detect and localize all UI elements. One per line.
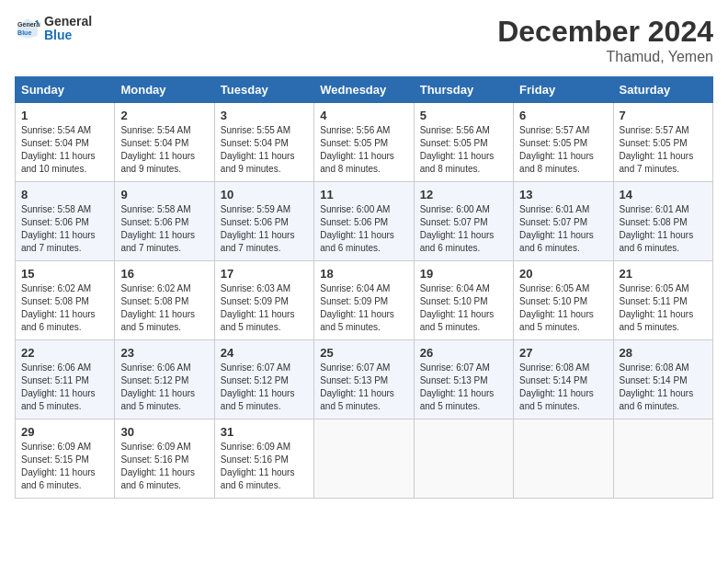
calendar-cell: 21 Sunrise: 6:05 AMSunset: 5:11 PMDaylig…: [613, 261, 712, 340]
day-info: Sunrise: 6:00 AMSunset: 5:07 PMDaylight:…: [420, 203, 507, 255]
location-subtitle: Thamud, Yemen: [497, 49, 713, 65]
calendar-cell: 13 Sunrise: 6:01 AMSunset: 5:07 PMDaylig…: [514, 182, 613, 261]
day-info: Sunrise: 6:07 AMSunset: 5:12 PMDaylight:…: [221, 362, 308, 413]
day-number: 17: [221, 267, 308, 281]
calendar-cell: [514, 419, 613, 499]
calendar-cell: 23 Sunrise: 6:06 AMSunset: 5:12 PMDaylig…: [115, 340, 214, 419]
day-number: 9: [120, 188, 208, 201]
calendar-cell: 14 Sunrise: 6:01 AMSunset: 5:08 PMDaylig…: [613, 182, 712, 261]
calendar-cell: 26 Sunrise: 6:07 AMSunset: 5:13 PMDaylig…: [414, 340, 513, 419]
calendar-cell: 29 Sunrise: 6:09 AMSunset: 5:15 PMDaylig…: [16, 419, 115, 499]
day-number: 7: [620, 109, 707, 122]
header-tuesday: Tuesday: [214, 77, 313, 103]
calendar-cell: 6 Sunrise: 5:57 AMSunset: 5:05 PMDayligh…: [514, 103, 613, 182]
calendar-header-row: SundayMondayTuesdayWednesdayThursdayFrid…: [16, 77, 713, 103]
calendar-cell: 3 Sunrise: 5:55 AMSunset: 5:04 PMDayligh…: [214, 103, 313, 182]
day-info: Sunrise: 5:57 AMSunset: 5:05 PMDaylight:…: [620, 124, 707, 176]
header-wednesday: Wednesday: [314, 77, 414, 103]
calendar-cell: 2 Sunrise: 5:54 AMSunset: 5:04 PMDayligh…: [115, 103, 214, 182]
day-number: 4: [320, 109, 407, 122]
calendar-cell: [414, 419, 513, 499]
logo-icon: General Blue: [15, 16, 40, 41]
day-number: 25: [320, 346, 407, 360]
calendar-cell: 20 Sunrise: 6:05 AMSunset: 5:10 PMDaylig…: [514, 261, 613, 340]
day-info: Sunrise: 5:55 AMSunset: 5:04 PMDaylight:…: [221, 124, 308, 176]
calendar-week-1: 1 Sunrise: 5:54 AMSunset: 5:04 PMDayligh…: [16, 103, 713, 182]
day-info: Sunrise: 6:09 AMSunset: 5:16 PMDaylight:…: [221, 441, 308, 492]
day-info: Sunrise: 5:58 AMSunset: 5:06 PMDaylight:…: [21, 203, 108, 255]
page-header: General Blue General Blue December 2024 …: [15, 15, 713, 65]
calendar-cell: 19 Sunrise: 6:04 AMSunset: 5:10 PMDaylig…: [414, 261, 513, 340]
calendar-week-4: 22 Sunrise: 6:06 AMSunset: 5:11 PMDaylig…: [16, 340, 713, 419]
calendar-week-5: 29 Sunrise: 6:09 AMSunset: 5:15 PMDaylig…: [16, 419, 713, 499]
day-info: Sunrise: 6:09 AMSunset: 5:16 PMDaylight:…: [120, 441, 208, 492]
day-number: 19: [420, 267, 507, 281]
calendar-cell: 22 Sunrise: 6:06 AMSunset: 5:11 PMDaylig…: [16, 340, 115, 419]
calendar-cell: 8 Sunrise: 5:58 AMSunset: 5:06 PMDayligh…: [16, 182, 115, 261]
day-number: 26: [420, 346, 507, 360]
calendar-cell: 15 Sunrise: 6:02 AMSunset: 5:08 PMDaylig…: [16, 261, 115, 340]
day-info: Sunrise: 6:01 AMSunset: 5:08 PMDaylight:…: [620, 203, 707, 255]
day-info: Sunrise: 5:59 AMSunset: 5:06 PMDaylight:…: [221, 203, 308, 255]
day-number: 28: [620, 346, 707, 360]
header-monday: Monday: [115, 77, 214, 103]
day-number: 15: [21, 267, 108, 281]
day-number: 14: [620, 188, 707, 201]
calendar-cell: 9 Sunrise: 5:58 AMSunset: 5:06 PMDayligh…: [115, 182, 214, 261]
calendar-cell: 10 Sunrise: 5:59 AMSunset: 5:06 PMDaylig…: [214, 182, 313, 261]
day-info: Sunrise: 6:04 AMSunset: 5:10 PMDaylight:…: [420, 282, 507, 334]
header-friday: Friday: [514, 77, 613, 103]
calendar-cell: [314, 419, 414, 499]
day-info: Sunrise: 6:07 AMSunset: 5:13 PMDaylight:…: [420, 362, 507, 413]
day-info: Sunrise: 6:08 AMSunset: 5:14 PMDaylight:…: [519, 362, 607, 413]
day-number: 31: [221, 425, 308, 439]
calendar-cell: 11 Sunrise: 6:00 AMSunset: 5:06 PMDaylig…: [314, 182, 414, 261]
day-number: 21: [620, 267, 707, 281]
day-info: Sunrise: 6:04 AMSunset: 5:09 PMDaylight:…: [320, 282, 407, 334]
day-info: Sunrise: 6:01 AMSunset: 5:07 PMDaylight:…: [519, 203, 607, 255]
day-info: Sunrise: 6:07 AMSunset: 5:13 PMDaylight:…: [320, 362, 407, 413]
calendar-week-2: 8 Sunrise: 5:58 AMSunset: 5:06 PMDayligh…: [16, 182, 713, 261]
day-info: Sunrise: 6:06 AMSunset: 5:11 PMDaylight:…: [21, 362, 108, 413]
day-number: 18: [320, 267, 407, 281]
day-info: Sunrise: 5:56 AMSunset: 5:05 PMDaylight:…: [320, 124, 407, 176]
day-info: Sunrise: 5:58 AMSunset: 5:06 PMDaylight:…: [120, 203, 208, 255]
calendar-cell: 18 Sunrise: 6:04 AMSunset: 5:09 PMDaylig…: [314, 261, 414, 340]
calendar-cell: 17 Sunrise: 6:03 AMSunset: 5:09 PMDaylig…: [214, 261, 313, 340]
day-number: 3: [221, 109, 308, 122]
day-info: Sunrise: 6:08 AMSunset: 5:14 PMDaylight:…: [620, 362, 707, 413]
calendar-table: SundayMondayTuesdayWednesdayThursdayFrid…: [15, 76, 713, 499]
logo-blue: Blue: [44, 28, 72, 42]
calendar-cell: 27 Sunrise: 6:08 AMSunset: 5:14 PMDaylig…: [514, 340, 613, 419]
calendar-cell: 31 Sunrise: 6:09 AMSunset: 5:16 PMDaylig…: [214, 419, 313, 499]
calendar-body: 1 Sunrise: 5:54 AMSunset: 5:04 PMDayligh…: [16, 103, 713, 499]
day-info: Sunrise: 5:56 AMSunset: 5:05 PMDaylight:…: [420, 124, 507, 176]
day-number: 12: [420, 188, 507, 201]
day-number: 24: [221, 346, 308, 360]
day-number: 27: [519, 346, 607, 360]
header-saturday: Saturday: [613, 77, 712, 103]
logo: General Blue General Blue: [15, 15, 92, 43]
calendar-cell: 4 Sunrise: 5:56 AMSunset: 5:05 PMDayligh…: [314, 103, 414, 182]
month-title: December 2024: [497, 15, 713, 49]
day-number: 10: [221, 188, 308, 201]
calendar-cell: 30 Sunrise: 6:09 AMSunset: 5:16 PMDaylig…: [115, 419, 214, 499]
day-info: Sunrise: 5:54 AMSunset: 5:04 PMDaylight:…: [21, 124, 108, 176]
day-number: 8: [21, 188, 108, 201]
day-info: Sunrise: 6:09 AMSunset: 5:15 PMDaylight:…: [21, 441, 108, 492]
title-block: December 2024 Thamud, Yemen: [497, 15, 713, 65]
calendar-cell: [613, 419, 712, 499]
day-info: Sunrise: 6:03 AMSunset: 5:09 PMDaylight:…: [221, 282, 308, 334]
day-info: Sunrise: 6:05 AMSunset: 5:10 PMDaylight:…: [519, 282, 607, 334]
day-number: 23: [120, 346, 208, 360]
day-info: Sunrise: 6:02 AMSunset: 5:08 PMDaylight:…: [21, 282, 108, 334]
day-number: 1: [21, 109, 108, 122]
day-number: 29: [21, 425, 108, 439]
calendar-cell: 24 Sunrise: 6:07 AMSunset: 5:12 PMDaylig…: [214, 340, 313, 419]
calendar-cell: 5 Sunrise: 5:56 AMSunset: 5:05 PMDayligh…: [414, 103, 513, 182]
calendar-cell: 25 Sunrise: 6:07 AMSunset: 5:13 PMDaylig…: [314, 340, 414, 419]
day-number: 30: [120, 425, 208, 439]
day-info: Sunrise: 6:00 AMSunset: 5:06 PMDaylight:…: [320, 203, 407, 255]
calendar-cell: 28 Sunrise: 6:08 AMSunset: 5:14 PMDaylig…: [613, 340, 712, 419]
day-info: Sunrise: 6:05 AMSunset: 5:11 PMDaylight:…: [620, 282, 707, 334]
